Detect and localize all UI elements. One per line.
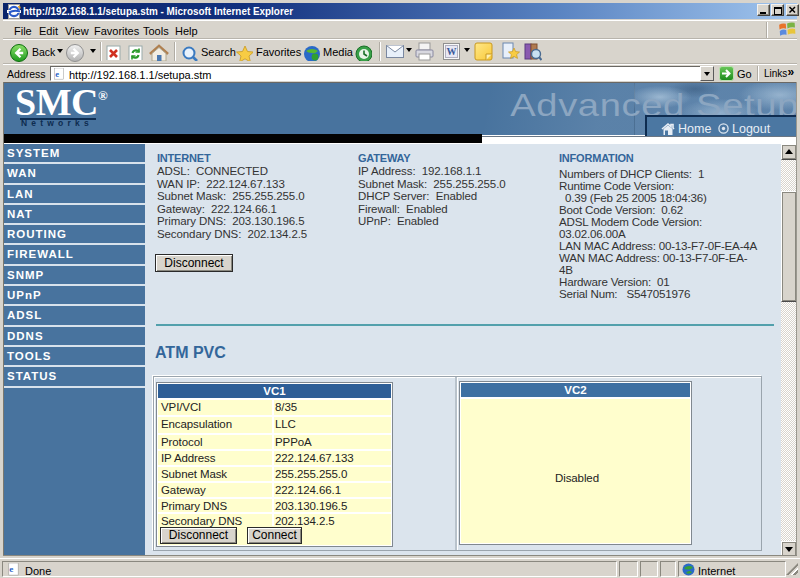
svg-text:e: e xyxy=(9,564,13,574)
svg-text:W: W xyxy=(447,46,457,57)
svg-text:e: e xyxy=(55,69,59,79)
